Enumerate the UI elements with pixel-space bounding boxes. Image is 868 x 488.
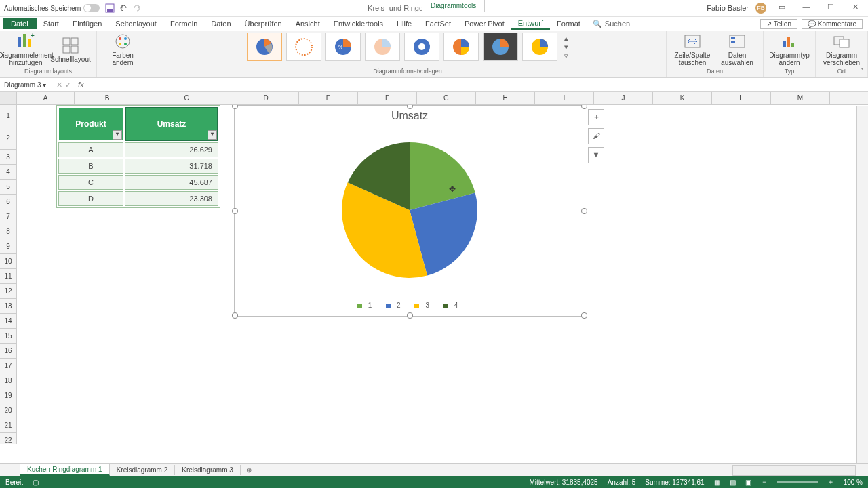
row-header-21[interactable]: 21 [0,418,16,433]
col-header-H[interactable]: H [476,92,535,104]
menu-tab-factset[interactable]: FactSet [418,18,458,29]
chart-elements-button[interactable]: ＋ [588,109,604,125]
col-header-B[interactable]: B [75,92,140,104]
menu-tab-überprüfen[interactable]: Überprüfen [238,18,289,29]
row-header-11[interactable]: 11 [0,269,16,284]
menu-tab-power pivot[interactable]: Power Pivot [458,18,511,29]
table-row[interactable]: D23.308 [58,191,218,206]
add-sheet-button[interactable]: ⊕ [241,465,257,475]
col-header-M[interactable]: M [771,92,830,104]
gallery-up-icon[interactable]: ▴ [564,34,568,43]
row-headers[interactable]: 12345678910111213141516171819202122 [0,105,17,444]
select-data-button[interactable]: Daten auswählen [717,33,757,66]
maximize-icon[interactable]: ☐ [822,3,840,14]
zoom-slider[interactable] [777,481,818,483]
menu-tab-einfügen[interactable]: Einfügen [66,18,108,29]
col-header-I[interactable]: I [535,92,594,104]
collapse-ribbon-icon[interactable]: ˄ [860,67,864,76]
select-all-corner[interactable] [0,92,17,104]
minimize-icon[interactable]: — [797,3,815,14]
sheet-tab[interactable]: Kreisdiagramm 3 [175,465,241,475]
chart-styles-gallery[interactable]: % ▴ ▾ ▿ [247,33,568,61]
redo-icon[interactable] [132,3,142,13]
zoom-out-icon[interactable]: － [761,477,768,487]
col-header-J[interactable]: J [594,92,653,104]
view-normal-icon[interactable]: ▦ [714,479,720,486]
col-header-E[interactable]: E [299,92,358,104]
row-header-15[interactable]: 15 [0,329,16,344]
add-chart-element-button[interactable]: + Diagrammelement hinzufügen [5,33,46,66]
table-row[interactable]: A26.629 [58,142,218,157]
chart-style-8[interactable] [522,33,557,61]
row-header-16[interactable]: 16 [0,344,16,359]
sheet-tab[interactable]: Kuchen-Ringdiagramm 1 [20,464,110,476]
table-row[interactable]: C45.687 [58,175,218,190]
chart-style-5[interactable] [404,33,439,61]
row-header-7[interactable]: 7 [0,209,16,224]
row-header-22[interactable]: 22 [0,433,16,444]
row-header-9[interactable]: 9 [0,239,16,254]
menu-tab-daten[interactable]: Daten [204,18,237,29]
move-chart-button[interactable]: Diagramm verschieben [821,33,862,66]
row-header-8[interactable]: 8 [0,224,16,239]
chart-style-3[interactable]: % [326,33,361,61]
table-row[interactable]: B31.718 [58,159,218,174]
chart-style-4[interactable] [365,33,400,61]
table-header-produkt[interactable]: Produkt▾ [58,107,123,141]
menu-tab-entwurf[interactable]: Entwurf [511,18,550,30]
menu-tab-start[interactable]: Start [37,18,66,29]
user-name[interactable]: Fabio Basler [707,4,749,12]
row-header-1[interactable]: 1 [0,105,16,127]
row-header-3[interactable]: 3 [0,150,16,165]
pie-chart[interactable] [235,122,585,291]
filter-icon[interactable]: ▾ [113,130,122,140]
macro-record-icon[interactable]: ▢ [33,479,39,486]
save-icon[interactable] [105,3,115,13]
row-header-12[interactable]: 12 [0,284,16,299]
share-button[interactable]: ↗ Teilen [760,19,797,29]
col-header-G[interactable]: G [417,92,476,104]
menu-tab-seitenlayout[interactable]: Seitenlayout [108,18,163,29]
row-header-18[interactable]: 18 [0,373,16,388]
fx-icon[interactable]: fx [75,81,84,89]
col-header-C[interactable]: C [140,92,233,104]
menu-tab-hilfe[interactable]: Hilfe [390,18,418,29]
vertical-scrollbar[interactable] [856,106,868,464]
chart-object[interactable]: Umsatz 1 2 3 4 ✥ [234,105,585,317]
row-header-6[interactable]: 6 [0,195,16,209]
undo-icon[interactable] [119,3,128,13]
sheet-tab[interactable]: Kreisdiagramm 2 [110,465,176,475]
gallery-down-icon[interactable]: ▾ [564,43,568,52]
quick-layout-button[interactable]: Schnelllayout [50,37,91,63]
cell-grid[interactable]: Produkt▾ Umsatz▾ A26.629B31.718C45.687D2… [17,105,868,444]
row-header-10[interactable]: 10 [0,254,16,269]
zoom-in-icon[interactable]: ＋ [827,477,834,487]
autosave-switch-icon[interactable] [83,4,100,12]
row-header-13[interactable]: 13 [0,299,16,314]
col-header-D[interactable]: D [233,92,299,104]
view-layout-icon[interactable]: ▤ [730,479,736,486]
name-box[interactable]: Diagramm 3 ▾ [0,81,52,89]
col-header-L[interactable]: L [712,92,771,104]
chart-style-1[interactable] [247,33,282,61]
column-headers[interactable]: ABCDEFGHIJKLM [0,92,868,105]
row-header-5[interactable]: 5 [0,180,16,195]
row-header-19[interactable]: 19 [0,388,16,403]
col-header-A[interactable]: A [17,92,75,104]
menu-tab-format[interactable]: Format [550,18,587,29]
table-header-umsatz[interactable]: Umsatz▾ [125,107,218,141]
user-avatar[interactable]: FB [755,3,766,14]
horizontal-scrollbar[interactable] [732,465,856,476]
col-header-F[interactable]: F [358,92,417,104]
chart-legend[interactable]: 1 2 3 4 [235,302,585,309]
row-header-14[interactable]: 14 [0,314,16,329]
gallery-more-icon[interactable]: ▿ [564,52,568,60]
change-chart-type-button[interactable]: Diagrammtyp ändern [769,33,810,66]
menu-tab-ansicht[interactable]: Ansicht [289,18,327,29]
row-header-4[interactable]: 4 [0,165,16,180]
chart-styles-button[interactable]: 🖌 [588,128,604,144]
col-header-K[interactable]: K [653,92,712,104]
chart-style-6[interactable] [443,33,479,61]
autosave-toggle[interactable]: Automatisches Speichern [4,4,100,12]
ribbon-options-icon[interactable]: ▭ [773,3,791,14]
